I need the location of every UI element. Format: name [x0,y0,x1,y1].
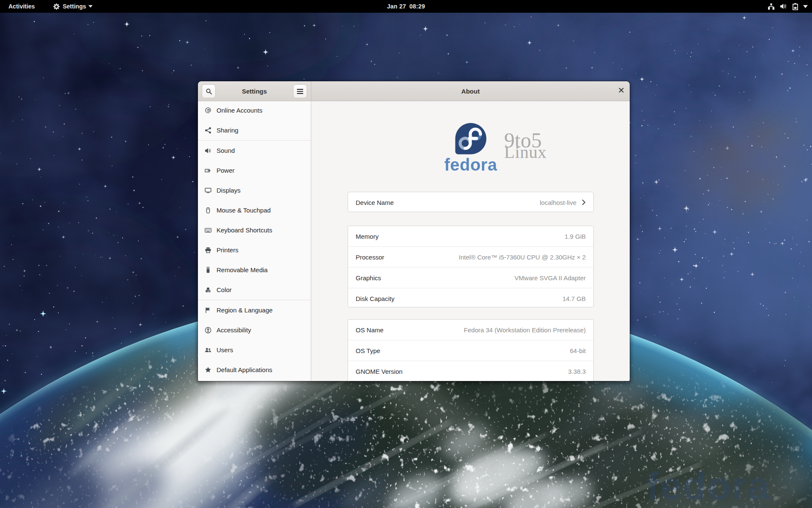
svg-text:fedora: fedora [444,155,497,174]
svg-text:fedora: fedora [646,464,770,508]
